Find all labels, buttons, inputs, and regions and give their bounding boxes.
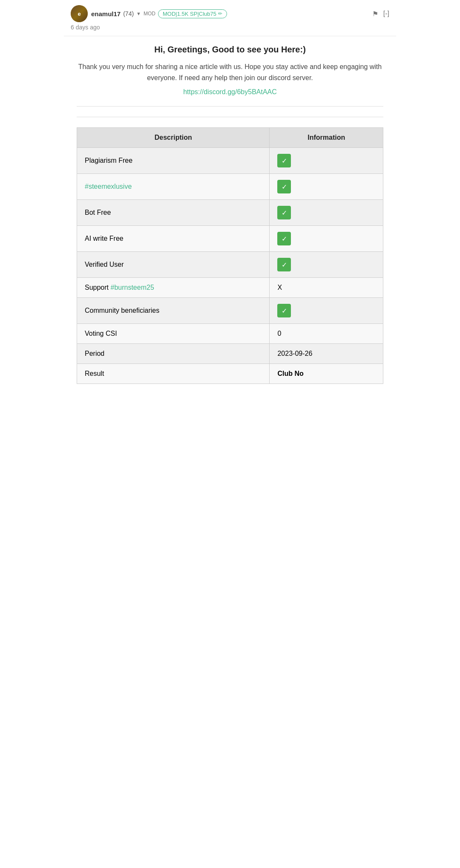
table-row: Community beneficiaries✓: [77, 298, 383, 324]
table-header-row: Description Information: [77, 128, 383, 148]
table-cell-description: Voting CSI: [77, 324, 270, 344]
table-row: #steemexlusive✓: [77, 174, 383, 200]
table-row: Verified User✓: [77, 252, 383, 278]
table-cell-value: ✓: [270, 226, 383, 252]
avatar[interactable]: e: [71, 5, 88, 22]
table-row: Bot Free✓: [77, 200, 383, 226]
checkmark-icon: ✓: [277, 258, 291, 271]
table-cell-value: 0: [270, 324, 383, 344]
col2-header: Information: [270, 128, 383, 148]
timestamp: 6 days ago: [64, 24, 396, 36]
table-row: Period2023-09-26: [77, 344, 383, 364]
table-cell-description: Result: [77, 364, 270, 384]
checkmark-icon: ✓: [277, 304, 291, 317]
edit-icon: ✏: [218, 11, 222, 17]
checkmark-icon: ✓: [277, 154, 291, 167]
greeting-title: Hi, Greetings, Good to see you Here:): [77, 45, 383, 55]
table-cell-description: Community beneficiaries: [77, 298, 270, 324]
table-cell-value: ✓: [270, 174, 383, 200]
table-row: Support #burnsteem25X: [77, 278, 383, 298]
header-actions: ⚑ [-]: [372, 10, 389, 18]
badge-text: MOD|1.5K SP|Club75: [163, 11, 216, 17]
table-cell-value: ✓: [270, 200, 383, 226]
table-cell-description: Support #burnsteem25: [77, 278, 270, 298]
description-link[interactable]: #steemexlusive: [85, 183, 132, 190]
table-row: ResultClub No: [77, 364, 383, 384]
checkmark-icon: ✓: [277, 206, 291, 219]
checkmark-icon: ✓: [277, 180, 291, 193]
divider-2: [77, 117, 383, 117]
badge-pill[interactable]: MOD|1.5K SP|Club75 ✏: [158, 9, 227, 18]
col1-header: Description: [77, 128, 270, 148]
table-cell-value: Club No: [270, 364, 383, 384]
post-header: e enamul17 (74) ▼ MOD MOD|1.5K SP|Club75…: [64, 0, 396, 24]
greeting-body: Thank you very much for sharing a nice a…: [77, 61, 383, 83]
table-cell-value: ✓: [270, 298, 383, 324]
table-cell-value: ✓: [270, 252, 383, 278]
table-cell-description: Plagiarism Free: [77, 148, 270, 174]
info-table: Description Information Plagiarism Free✓…: [77, 127, 383, 384]
table-cell-description: #steemexlusive: [77, 174, 270, 200]
author-rep: (74): [123, 10, 134, 17]
divider: [77, 106, 383, 107]
table-row: AI write Free✓: [77, 226, 383, 252]
result-value: Club No: [277, 370, 303, 377]
table-cell-value: X: [270, 278, 383, 298]
table-row: Plagiarism Free✓: [77, 148, 383, 174]
table-cell-description: Verified User: [77, 252, 270, 278]
table-cell-value: 2023-09-26: [270, 344, 383, 364]
dropdown-icon[interactable]: ▼: [136, 11, 141, 16]
burnsteem-link[interactable]: #burnsteem25: [110, 284, 154, 291]
avatar-image: e: [71, 5, 88, 22]
post-content: Hi, Greetings, Good to see you Here:) Th…: [64, 36, 396, 397]
table-cell-description: Period: [77, 344, 270, 364]
table-cell-value: ✓: [270, 148, 383, 174]
table-cell-description: Bot Free: [77, 200, 270, 226]
checkmark-icon: ✓: [277, 232, 291, 245]
collapse-button[interactable]: [-]: [383, 10, 389, 17]
author-info: enamul17 (74) ▼ MOD MOD|1.5K SP|Club75 ✏: [91, 9, 227, 18]
table-cell-description: AI write Free: [77, 226, 270, 252]
author-name[interactable]: enamul17: [91, 10, 121, 17]
mod-badge: MOD: [144, 11, 155, 17]
table-row: Voting CSI0: [77, 324, 383, 344]
discord-link[interactable]: https://discord.gg/6by5BAtAAC: [77, 88, 383, 96]
flag-icon[interactable]: ⚑: [372, 10, 378, 18]
